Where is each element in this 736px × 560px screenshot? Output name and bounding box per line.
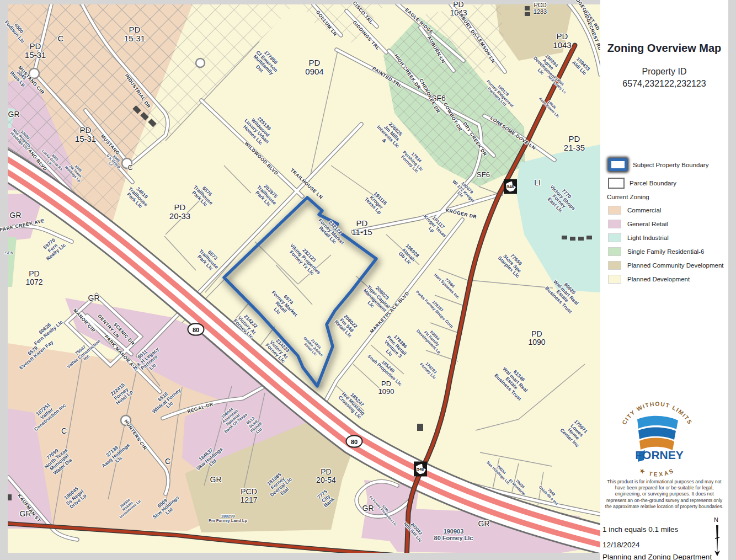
legend-label: Planned Community Development [627, 262, 724, 269]
logo-arc-bottom: ★ TEXAS [638, 467, 675, 478]
legend-zone-row: Planned Development [607, 275, 725, 284]
legend-label: Single Family Residential-6 [627, 248, 704, 255]
map-canvas: PD 15-31CPD 15-31PD 15-31CGRPD 0904PD 10… [0, 0, 600, 560]
legend-label: Commercial [627, 207, 661, 214]
north-arrow-icon [709, 518, 726, 559]
property-id-label: Property ID [600, 67, 728, 77]
zone-swatch-general-retail [608, 220, 621, 228]
logo-wordmark: FORNEY [635, 449, 684, 461]
legend-label: Planned Development [627, 276, 690, 282]
zone-swatch-light-industrial [608, 233, 621, 242]
date-text: 12/18/2024 [602, 541, 640, 549]
zone-swatch-sfr6 [608, 247, 621, 256]
legend-zone-row: Light Industrial [607, 233, 725, 242]
north-arrow: N [709, 518, 726, 559]
north-label: N [714, 516, 718, 523]
legend-label: General Retail [627, 221, 668, 227]
zone-swatch-commercial [608, 206, 621, 215]
page-title: Zoning Overview Map [600, 42, 728, 55]
subject-boundary-swatch [609, 158, 627, 171]
zoning-map-page: { "panel": { "title": "Zoning Overview M… [0, 0, 736, 560]
legend-zone-row: Commercial [607, 206, 725, 215]
forney-city-logo: CITY WITHOUT LIMITS ★ TEXAS FORNEY [610, 393, 705, 488]
zone-swatch-pcd [608, 261, 621, 270]
legend-parcel-row: Parcel Boundary [607, 178, 725, 189]
parcel-boundary-swatch [608, 178, 625, 189]
current-zoning-heading: Current Zoning [607, 194, 725, 200]
legend-label: Parcel Boundary [630, 180, 676, 186]
property-id-value: 6574,232122,232123 [600, 79, 728, 89]
legend-subject-row: Subject Property Boundary [607, 157, 725, 173]
legend-label: Light Industrial [627, 234, 669, 241]
legend-label: Subject Property Boundary [633, 162, 708, 168]
legend-zone-row: General Retail [607, 220, 725, 228]
department-text: Planning and Zoning Department [602, 553, 712, 560]
legend: Subject Property Boundary Parcel Boundar… [607, 157, 725, 289]
map-drawing [0, 0, 600, 560]
scale-text: 1 inch equals 0.1 miles [602, 525, 678, 534]
legend-zone-row: Single Family Residential-6 [607, 247, 725, 256]
legend-zone-row: Planned Community Development [607, 261, 725, 270]
zone-swatch-pd [608, 275, 621, 284]
